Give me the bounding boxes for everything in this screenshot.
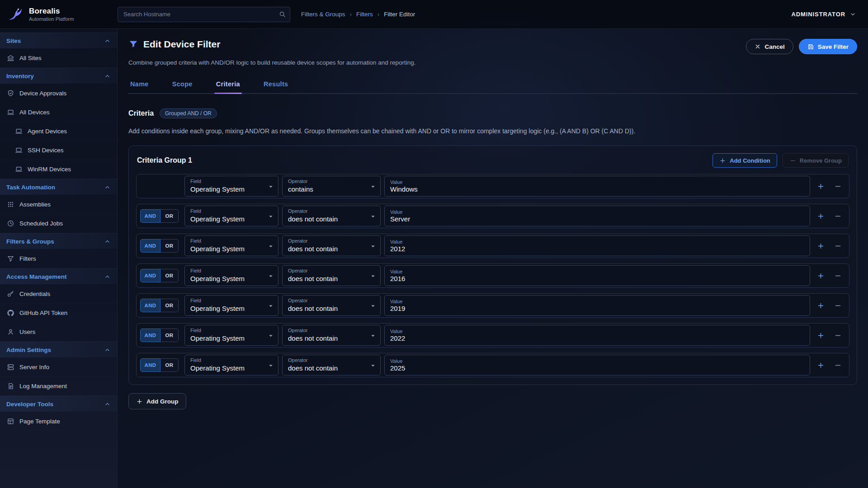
cancel-button[interactable]: Cancel — [746, 39, 793, 54]
or-toggle-button[interactable]: OR — [160, 299, 179, 312]
remove-condition-row-button[interactable] — [831, 269, 844, 282]
add-condition-row-button[interactable] — [814, 269, 827, 282]
sidebar-section-header[interactable]: Filters & Groups — [0, 233, 117, 249]
value-input[interactable] — [390, 185, 804, 193]
sidebar-section-header[interactable]: Admin Settings — [0, 342, 117, 358]
add-condition-row-button[interactable] — [814, 239, 827, 253]
plus-icon — [817, 242, 825, 250]
or-toggle-button[interactable]: OR — [160, 358, 179, 372]
value-input[interactable] — [390, 215, 804, 223]
sidebar-section-label: Developer Tools — [6, 401, 53, 408]
tab-results[interactable]: Results — [262, 80, 290, 93]
add-condition-row-button[interactable] — [814, 299, 827, 312]
sidebar-item-scheduled-jobs[interactable]: Scheduled Jobs — [0, 214, 117, 233]
breadcrumb-item[interactable]: Filters & Groups — [301, 11, 345, 18]
sidebar-item-page-template[interactable]: Page Template — [0, 412, 117, 431]
sidebar-item-credentials[interactable]: Credentials — [0, 285, 117, 304]
remove-condition-row-button[interactable] — [831, 239, 844, 253]
field-select[interactable]: Field Operating System — [184, 325, 278, 346]
condition-row: AND OR Field Operating System Operator d… — [136, 234, 849, 258]
sidebar-item-log-management[interactable]: Log Management — [0, 377, 117, 396]
sidebar-section-header[interactable]: Access Management — [0, 268, 117, 285]
field-select[interactable]: Field Operating System — [184, 265, 278, 286]
value-input[interactable] — [390, 364, 804, 372]
field-select[interactable]: Field Operating System — [184, 355, 278, 375]
sidebar-item-all-sites[interactable]: All Sites — [0, 49, 117, 68]
remove-condition-row-button[interactable] — [831, 299, 844, 312]
add-condition-row-button[interactable] — [814, 358, 827, 372]
or-toggle-button[interactable]: OR — [160, 328, 179, 342]
tab-scope[interactable]: Scope — [170, 80, 194, 93]
add-condition-row-button[interactable] — [814, 328, 827, 342]
add-condition-button[interactable]: Add Condition — [712, 153, 777, 168]
sidebar-section-header[interactable]: Developer Tools — [0, 396, 117, 412]
sidebar-item-server-info[interactable]: Server Info — [0, 358, 117, 377]
devices-icon — [14, 146, 23, 154]
sidebar-section-header[interactable]: Inventory — [0, 68, 117, 84]
operator-value: does not contain — [288, 334, 375, 343]
sidebar-section-header[interactable]: Task Automation — [0, 179, 117, 195]
condition-list: AND OR Field Operating System Operator c… — [136, 174, 849, 377]
operator-select[interactable]: Operator does not contain — [282, 265, 381, 286]
brand[interactable]: Borealis Automation Platform — [0, 5, 118, 24]
operator-select[interactable]: Operator does not contain — [282, 325, 381, 346]
value-input[interactable] — [390, 245, 804, 253]
sidebar-item-device-approvals[interactable]: Device Approvals — [0, 84, 117, 103]
add-group-button[interactable]: Add Group — [128, 393, 186, 409]
sidebar-item-all-devices[interactable]: All Devices — [0, 103, 117, 122]
page-header: Edit Device Filter Cancel Save Filter — [128, 39, 857, 54]
plus-icon — [817, 212, 825, 220]
search-hostname-input[interactable] — [118, 7, 290, 22]
sidebar-item-users[interactable]: Users — [0, 323, 117, 342]
plus-icon — [817, 361, 825, 369]
tab-name[interactable]: Name — [128, 80, 151, 93]
borealis-logo-icon — [5, 5, 24, 24]
value-input[interactable] — [390, 334, 804, 342]
and-toggle-button[interactable]: AND — [140, 239, 160, 253]
value-label: Value — [390, 299, 804, 305]
remove-condition-row-button[interactable] — [831, 328, 844, 342]
sidebar-item-label: GitHub API Token — [19, 310, 67, 316]
sidebar-section-header[interactable]: Sites — [0, 33, 117, 49]
operator-select[interactable]: Operator contains — [282, 176, 381, 197]
and-toggle-button[interactable]: AND — [140, 269, 160, 282]
remove-condition-row-button[interactable] — [831, 358, 844, 372]
and-toggle-button[interactable]: AND — [140, 299, 160, 312]
sidebar-item-winrm-devices[interactable]: WinRM Devices — [0, 160, 117, 179]
and-toggle-button[interactable]: AND — [140, 209, 160, 223]
breadcrumb-item[interactable]: Filters — [356, 11, 373, 18]
or-toggle-button[interactable]: OR — [160, 239, 179, 253]
tab-criteria[interactable]: Criteria — [214, 80, 242, 93]
sidebar-item-filters[interactable]: Filters — [0, 249, 117, 268]
sidebar-item-label: All Devices — [19, 109, 50, 116]
operator-select[interactable]: Operator does not contain — [282, 235, 381, 256]
sidebar-item-ssh-devices[interactable]: SSH Devices — [0, 141, 117, 160]
sidebar-item-assemblies[interactable]: Assemblies — [0, 195, 117, 214]
operator-select[interactable]: Operator does not contain — [282, 295, 381, 316]
field-select[interactable]: Field Operating System — [184, 176, 278, 197]
remove-condition-row-button[interactable] — [831, 179, 844, 193]
andor-toggle-group: AND OR — [140, 209, 181, 223]
operator-label: Operator — [288, 238, 375, 244]
sidebar-item-github-api-token[interactable]: GitHub API Token — [0, 304, 117, 323]
field-select[interactable]: Field Operating System — [184, 235, 278, 256]
and-toggle-button[interactable]: AND — [140, 328, 160, 342]
value-input[interactable] — [390, 275, 804, 282]
remove-group-button[interactable]: Remove Group — [783, 153, 849, 168]
sidebar-item-agent-devices[interactable]: Agent Devices — [0, 122, 117, 141]
or-toggle-button[interactable]: OR — [160, 269, 179, 282]
add-condition-row-button[interactable] — [814, 209, 827, 223]
field-select[interactable]: Field Operating System — [184, 206, 278, 226]
plus-icon — [136, 398, 143, 405]
save-filter-button[interactable]: Save Filter — [799, 39, 857, 54]
and-toggle-button[interactable]: AND — [140, 358, 160, 372]
or-toggle-button[interactable]: OR — [160, 209, 179, 223]
value-input[interactable] — [390, 305, 804, 312]
operator-select[interactable]: Operator does not contain — [282, 355, 381, 375]
operator-select[interactable]: Operator does not contain — [282, 206, 381, 226]
remove-condition-row-button[interactable] — [831, 209, 844, 223]
add-condition-row-button[interactable] — [814, 179, 827, 193]
user-menu[interactable]: ADMINISTRATOR — [791, 11, 868, 18]
minus-icon — [834, 212, 842, 220]
field-select[interactable]: Field Operating System — [184, 295, 278, 316]
